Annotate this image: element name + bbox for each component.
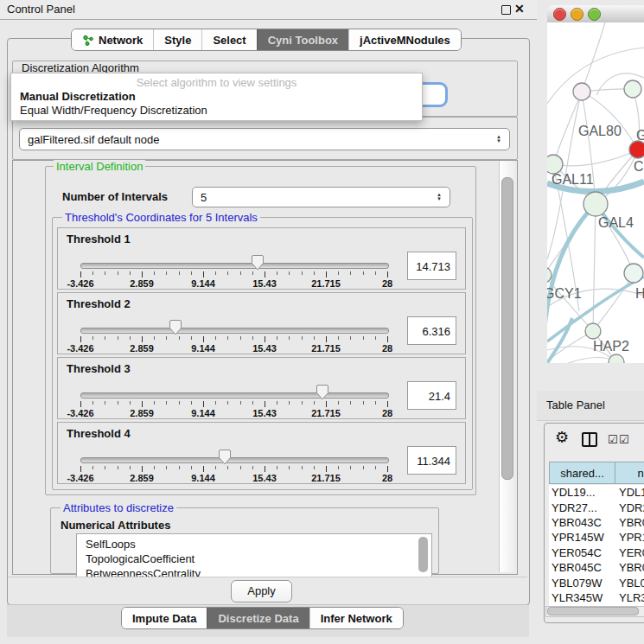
slider-tick (277, 466, 277, 469)
network-node[interactable] (573, 83, 590, 100)
tab-cyni-toolbox[interactable]: Cyni Toolbox (257, 29, 348, 50)
table-cell-name: YBR0 (615, 561, 644, 574)
tab-infer-network[interactable]: Infer Network (309, 608, 403, 628)
algorithm-option-manual-discretization[interactable]: Manual Discretization (11, 90, 422, 104)
slider-tick (80, 271, 81, 277)
table-row[interactable]: YBR043CYBR0 (549, 515, 644, 530)
slider-tick (191, 401, 192, 405)
slider-tick-label: 15.43 (239, 343, 290, 354)
table-cell-name: YER0 (615, 546, 644, 559)
threshold-1-slider-track[interactable] (80, 263, 389, 269)
slider-tick-label: 21.715 (300, 408, 352, 418)
checkbox-icon[interactable]: ☑ (608, 433, 618, 446)
slider-tick (375, 466, 376, 469)
slider-tick (92, 401, 93, 405)
slider-tick (338, 466, 339, 469)
close-light-icon[interactable] (553, 8, 566, 21)
algorithm-option-equal-width-frequency-discretization[interactable]: Equal Width/Frequency Discretization (11, 104, 422, 118)
table-row[interactable]: YBL079WYBL0 (549, 575, 644, 590)
network-canvas[interactable]: GAL80GACGAL11GAL4GCY1HHAP2 (547, 22, 644, 363)
slider-tick (240, 401, 241, 405)
tab-style[interactable]: Style (153, 29, 201, 50)
slider-tick (363, 271, 364, 275)
apply-button[interactable]: Apply (231, 580, 292, 603)
control-panel-titlebar: Control Panel ✕ (0, 0, 537, 20)
slider-tick (92, 466, 93, 469)
threshold-3-slider-thumb[interactable] (316, 384, 329, 401)
number-of-intervals-combobox[interactable]: 5 ▲▼ (192, 187, 450, 207)
slider-tick-label: 15.43 (239, 473, 290, 483)
network-node[interactable] (629, 141, 644, 158)
vertical-scrollbar-thumb[interactable] (501, 177, 513, 480)
slider-tick (142, 336, 143, 342)
table-cell-shared-name: YPR145W (549, 531, 615, 544)
numerical-attributes-list[interactable]: SelfLoopsTopologicalCoefficientBetweenne… (76, 533, 432, 577)
network-edge (553, 150, 638, 166)
table-cell-name: YDL1 (615, 486, 644, 499)
network-node[interactable] (624, 264, 643, 283)
network-node-label: GAL11 (552, 172, 594, 187)
threshold-3-slider-track[interactable] (80, 392, 389, 399)
slider-tick (326, 466, 327, 472)
stepper-icon: ▲▼ (496, 135, 501, 143)
gear-icon[interactable]: ⚙ (555, 428, 569, 447)
slider-tick (179, 336, 180, 340)
tab-label: Discretize Data (218, 612, 298, 625)
slider-tick (252, 336, 253, 340)
threshold-1-value-field[interactable]: 14.713 (407, 252, 456, 280)
table-row[interactable]: YDL19...YDL1 (549, 485, 644, 500)
slider-tick-label: 2.859 (116, 278, 168, 289)
threshold-4-slider-thumb[interactable] (218, 449, 232, 466)
slider-tick (277, 271, 277, 275)
network-node[interactable] (547, 155, 563, 174)
column-header-shared-name[interactable]: shared... (549, 462, 615, 484)
slider-tick (179, 466, 180, 469)
table-row[interactable]: YLR345WYLR3 (549, 590, 644, 605)
threshold-4-slider-track[interactable] (80, 457, 389, 463)
tab-select[interactable]: Select (201, 29, 256, 50)
thresholds-group-title: Threshold's Coordinates for 5 Intervals (62, 211, 260, 224)
tab-label: jActiveMNodules (360, 34, 450, 47)
network-node[interactable] (585, 323, 601, 339)
table-row[interactable]: YER054CYER0 (549, 545, 644, 560)
network-edge (547, 318, 572, 363)
table-data-combobox[interactable]: galFiltered.sif default node ▲▼ (19, 128, 510, 150)
slider-tick (179, 401, 180, 405)
slider-tick (227, 466, 228, 469)
slider-tick (130, 466, 131, 469)
tab-jactivemnodules[interactable]: jActiveMNodules (348, 29, 461, 50)
slider-tick (191, 271, 192, 275)
split-view-icon[interactable] (582, 432, 597, 447)
threshold-2-value-field[interactable]: 6.316 (407, 316, 456, 345)
network-node[interactable] (609, 354, 624, 363)
tab-impute-data[interactable]: Impute Data (122, 608, 207, 628)
tab-network[interactable]: Network (72, 29, 153, 50)
minimize-light-icon[interactable] (571, 8, 583, 21)
threshold-panel-4: Threshold 4-3.4262.8599.14415.4321.71528… (57, 422, 466, 484)
threshold-2-slider-track[interactable] (80, 328, 389, 334)
checkbox-icon[interactable]: ☑ (619, 433, 629, 446)
network-node-label: H (635, 286, 644, 301)
float-window-icon[interactable] (501, 5, 511, 15)
node-table[interactable]: YDL19...YDL1YDR27...YDR2YBR043CYBR0YPR14… (549, 485, 644, 606)
column-header-name[interactable]: n (615, 462, 644, 484)
attribute-item-selfloops[interactable]: SelfLoops (77, 537, 431, 552)
control-panel-tab-bar: NetworkStyleSelectCyni ToolboxjActiveMNo… (71, 29, 462, 51)
network-node[interactable] (583, 192, 608, 216)
table-row[interactable]: YDR27...YDR2 (549, 500, 644, 514)
attributes-scrollbar-thumb[interactable] (418, 537, 428, 572)
threshold-label: Threshold 2 (67, 297, 131, 310)
tab-discretize-data[interactable]: Discretize Data (207, 608, 309, 628)
zoom-light-icon[interactable] (588, 8, 601, 21)
slider-tick (227, 336, 228, 340)
table-row[interactable]: YPR145WYPR1 (549, 530, 644, 545)
threshold-2-slider-thumb[interactable] (169, 319, 182, 336)
horizontal-scrollbar-thumb[interactable] (547, 607, 639, 615)
threshold-3-value-field[interactable]: 21.4 (407, 381, 456, 410)
close-icon[interactable]: ✕ (514, 2, 525, 16)
network-node[interactable] (624, 80, 641, 98)
threshold-1-slider-thumb[interactable] (251, 254, 265, 271)
attribute-item-topologicalcoefficient[interactable]: TopologicalCoefficient (77, 552, 431, 566)
table-row[interactable]: YBR045CYBR0 (549, 560, 644, 575)
threshold-4-value-field[interactable]: 11.344 (407, 446, 456, 475)
